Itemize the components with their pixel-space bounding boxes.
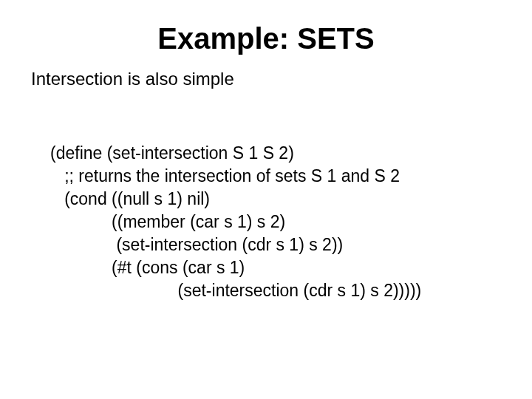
code-line: (set-intersection (cdr s 1) s 2))))) <box>50 281 421 300</box>
code-block: (define (set-intersection S 1 S 2) ;; re… <box>50 119 502 302</box>
code-line: (set-intersection (cdr s 1) s 2)) <box>50 235 343 254</box>
code-line: ;; returns the intersection of sets S 1 … <box>50 166 400 185</box>
slide: Example: SETS Intersection is also simpl… <box>0 0 532 399</box>
code-line: (#t (cons (car s 1) <box>50 258 245 277</box>
code-line: ((member (car s 1) s 2) <box>50 212 285 231</box>
code-line: (cond ((null s 1) nil) <box>50 189 210 208</box>
code-line: (define (set-intersection S 1 S 2) <box>50 143 294 163</box>
slide-title: Example: SETS <box>30 22 502 55</box>
slide-subtitle: Intersection is also simple <box>31 69 502 89</box>
